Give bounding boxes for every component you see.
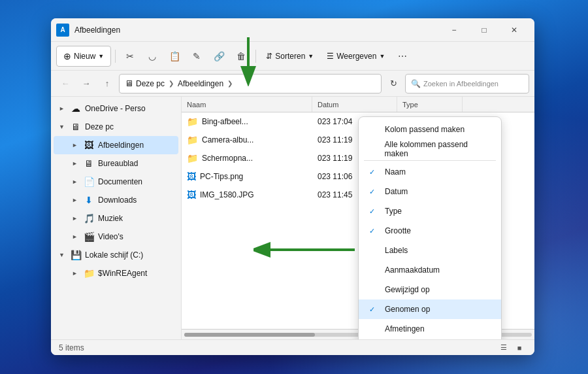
menu-item-aanmaakdatum[interactable]: Aanmaakdatum: [359, 260, 501, 280]
menu-label-datum: Datum: [385, 187, 408, 196]
menu-label-genomen-op: Genomen op: [385, 305, 430, 314]
new-button[interactable]: ⊕ Nieuw ▼: [56, 46, 111, 67]
chevron-icon-7: ►: [72, 215, 80, 222]
menu-item-kolom-passend[interactable]: Kolom passend maken: [359, 120, 501, 139]
column-header: Naam Datum Type: [182, 97, 534, 112]
chevron-icon-10: ►: [72, 270, 80, 277]
sort-chevron-icon: ▼: [308, 53, 314, 60]
sidebar-item-videos[interactable]: ► 🎬 Video's: [54, 228, 178, 246]
toolbar-separator-1: [115, 50, 116, 63]
path-folder: Afbeeldingen: [178, 79, 223, 88]
muziek-icon: 🎵: [82, 213, 95, 224]
chevron-icon-8: ►: [72, 233, 80, 240]
delete-button[interactable]: 🗑: [231, 46, 252, 67]
rename-button[interactable]: ✎: [186, 46, 207, 67]
new-chevron-icon: ▼: [98, 53, 104, 60]
address-box[interactable]: 🖥 Deze pc ❯ Afbeeldingen ❯: [119, 74, 382, 94]
search-placeholder: Zoeken in Afbeeldingen: [423, 80, 498, 88]
col-header-date[interactable]: Datum: [312, 97, 397, 112]
menu-item-afmetingen[interactable]: Afmetingen: [359, 319, 501, 339]
afbeeldingen-icon: 🖼: [82, 140, 95, 150]
view-label: Weergeven: [336, 52, 376, 61]
col-type-label: Type: [402, 101, 418, 109]
file-name-5: IMG_1580.JPG: [200, 190, 254, 199]
sidebar-item-documenten[interactable]: ► 📄 Documenten: [54, 173, 178, 191]
chevron-icon-3: ►: [72, 142, 80, 148]
up-button[interactable]: ↑: [98, 75, 116, 93]
sidebar-label-onedrive: OneDrive - Perso: [85, 104, 146, 113]
maximize-button[interactable]: □: [469, 20, 499, 41]
menu-item-naam[interactable]: ✓ Naam: [359, 162, 501, 182]
menu-item-labels[interactable]: Labels: [359, 241, 501, 260]
sidebar-item-lokale-schijf[interactable]: ▼ 💾 Lokale schijf (C:): [54, 246, 178, 264]
sidebar-label-bureaublad: Bureaublad: [98, 159, 138, 168]
cut-button[interactable]: ✂: [120, 46, 140, 67]
menu-item-datum[interactable]: ✓ Datum: [359, 182, 501, 201]
pc-icon: 🖥: [125, 78, 133, 88]
minimize-button[interactable]: −: [439, 20, 469, 41]
list-view-button[interactable]: ☰: [497, 342, 511, 354]
toolbar: ⊕ Nieuw ▼ ✂ ◡ 📋 ✎ 🔗 🗑 ⇵ Sorteren ▼ ☰ Wee…: [51, 42, 534, 71]
view-icon: ☰: [327, 52, 334, 61]
deze-pc-icon: 🖥: [69, 122, 82, 132]
scrollbar-thumb: [184, 333, 315, 337]
png-icon: 🖼: [187, 171, 196, 182]
addressbar: ← → ↑ 🖥 Deze pc ❯ Afbeeldingen ❯ ↻ 🔍 Zoe…: [51, 71, 534, 97]
search-box[interactable]: 🔍 Zoeken in Afbeeldingen: [405, 74, 529, 94]
col-header-name[interactable]: Naam: [182, 97, 312, 112]
menu-label-afmetingen: Afmetingen: [385, 324, 425, 333]
sidebar-label-videos: Video's: [98, 232, 123, 241]
menu-divider-1: [364, 160, 496, 161]
sidebar-item-afbeeldingen[interactable]: ► 🖼 Afbeeldingen: [54, 136, 178, 154]
col-header-type[interactable]: Type: [397, 97, 463, 112]
window-title: Afbeeldingen: [74, 26, 439, 35]
copy-button[interactable]: ◡: [142, 46, 163, 67]
menu-label-aanmaakdatum: Aanmaakdatum: [385, 265, 440, 275]
menu-check-naam: ✓: [369, 168, 380, 177]
sidebar-label-documenten: Documenten: [98, 177, 142, 186]
downloads-icon: ⬇: [82, 195, 95, 205]
paste-button[interactable]: 📋: [164, 46, 185, 67]
back-button[interactable]: ←: [56, 75, 74, 93]
menu-label-gewijzigd-op: Gewijzigd op: [385, 285, 430, 294]
sidebar-item-deze-pc[interactable]: ▼ 🖥 Deze pc: [54, 118, 178, 136]
folder-icon-1: 📁: [187, 116, 198, 127]
view-buttons: ☰ ■: [497, 342, 527, 354]
context-menu: Kolom passend maken Alle kolommen passen…: [358, 116, 502, 339]
search-icon: 🔍: [411, 79, 421, 88]
refresh-button[interactable]: ↻: [384, 75, 402, 93]
path-pc: Deze pc: [136, 79, 165, 88]
menu-item-waardering[interactable]: Waardering: [359, 339, 501, 339]
more-button[interactable]: ⋯: [392, 46, 413, 67]
share-button[interactable]: 🔗: [208, 46, 229, 67]
col-name-label: Naam: [187, 101, 206, 109]
forward-button[interactable]: →: [77, 75, 95, 93]
jpg-icon: 🖼: [187, 190, 196, 200]
chevron-icon: ►: [59, 105, 67, 112]
menu-check-genomen-op: ✓: [369, 305, 380, 314]
sidebar-item-winreagent[interactable]: ► 📁 $WinREAgent: [54, 264, 178, 282]
view-button[interactable]: ☰ Weergeven ▼: [321, 46, 391, 67]
menu-item-alle-kolommen[interactable]: Alle kolommen passend maken: [359, 139, 501, 159]
menu-item-genomen-op[interactable]: ✓ Genomen op: [359, 299, 501, 319]
plus-icon: ⊕: [63, 51, 71, 61]
titlebar: A Afbeeldingen − □ ✕: [51, 18, 534, 42]
winreagent-icon: 📁: [82, 268, 95, 279]
sidebar-item-onedrive[interactable]: ► ☁ OneDrive - Perso: [54, 99, 178, 118]
close-button[interactable]: ✕: [499, 20, 529, 41]
sidebar-item-muziek[interactable]: ► 🎵 Muziek: [54, 209, 178, 228]
menu-label-kolom-passend: Kolom passend maken: [385, 125, 465, 134]
menu-item-type[interactable]: ✓ Type: [359, 201, 501, 221]
sidebar-label-muziek: Muziek: [98, 214, 123, 223]
chevron-icon-6: ►: [72, 197, 80, 203]
menu-item-grootte[interactable]: ✓ Grootte: [359, 221, 501, 241]
sort-button[interactable]: ⇵ Sorteren ▼: [260, 46, 319, 67]
menu-check-datum: ✓: [369, 188, 380, 196]
videos-icon: 🎬: [82, 231, 95, 242]
grid-view-button[interactable]: ■: [512, 342, 527, 354]
menu-item-gewijzigd-op[interactable]: Gewijzigd op: [359, 280, 501, 299]
sidebar-label-winreagent: $WinREAgent: [98, 269, 147, 278]
sidebar-item-bureaublad[interactable]: ► 🖥 Bureaublad: [54, 154, 178, 173]
documenten-icon: 📄: [82, 177, 95, 187]
sidebar-item-downloads[interactable]: ► ⬇ Downloads: [54, 191, 178, 209]
